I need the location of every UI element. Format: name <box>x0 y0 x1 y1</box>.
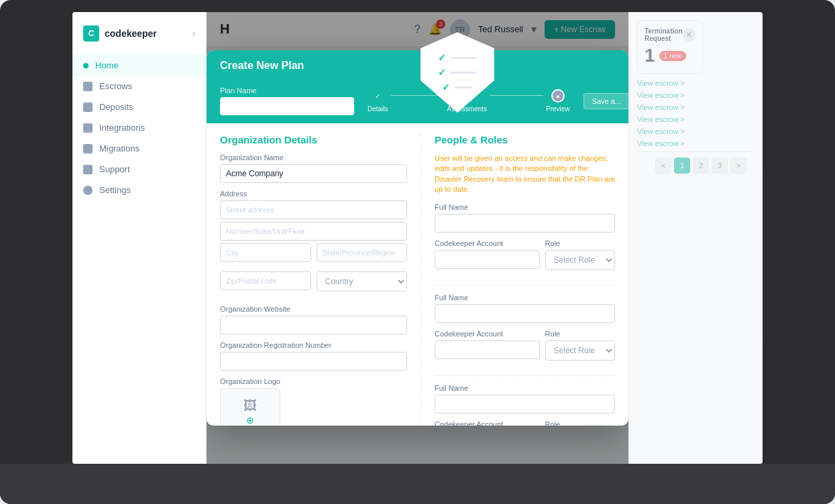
street-input[interactable] <box>220 200 407 219</box>
logo-group: Organization Logo 🖼 ⊕ <box>220 377 407 426</box>
prev-page-button[interactable]: < <box>655 158 671 174</box>
plan-name-input[interactable] <box>220 97 354 115</box>
fullname-input-1[interactable] <box>435 214 615 233</box>
settings-icon <box>83 186 93 195</box>
contact-row-3: Full Name Codekeeper Account <box>435 384 615 426</box>
view-escrow-link-2[interactable]: View escrow > <box>637 91 755 99</box>
fullname-group-1: Full Name <box>435 203 615 233</box>
sidebar-item-deposits[interactable]: Deposits <box>72 97 206 117</box>
state-input[interactable] <box>317 243 408 262</box>
role-select-1[interactable]: Select Role <box>545 250 615 270</box>
sidebar-item-integrations[interactable]: Integrations <box>72 117 206 138</box>
view-escrow-link-5[interactable]: View escrow > <box>637 127 755 135</box>
checkmark-3: ✓ <box>442 82 450 92</box>
zip-country-row: Country <box>220 271 407 298</box>
org-section-title: Organization Details <box>220 134 407 145</box>
logo-label: Organization Logo <box>220 377 407 385</box>
termination-title: Termination Request <box>645 27 682 42</box>
people-section-title: People & Roles <box>435 134 615 145</box>
zip-group <box>220 271 311 292</box>
city-input[interactable] <box>220 243 311 262</box>
modal-title: Create New Plan <box>220 60 304 72</box>
role-label-1: Role <box>545 239 615 247</box>
pagination: < 1 2 3 > <box>637 151 755 179</box>
account-role-row-2: Codekeeper Account Role Select Role <box>435 330 615 367</box>
step-preview-circle: ● <box>551 89 565 103</box>
fullname-input-3[interactable] <box>435 395 615 414</box>
sidebar: C codekeeper ‹ Home Escrows Deposits <box>72 12 207 464</box>
role-select-2[interactable]: Select Role <box>545 340 615 361</box>
create-plan-modal: Create New Plan Plan Name ✓ <box>207 50 628 426</box>
website-input[interactable] <box>220 316 407 334</box>
contact-row-2: Full Name Codekeeper Account <box>435 294 615 376</box>
step-details-label: Details <box>368 105 388 113</box>
fullname-group-2: Full Name <box>435 294 615 323</box>
role-label-2: Role <box>545 330 615 338</box>
account-input-1[interactable] <box>435 250 540 269</box>
account-label-3: Codekeeper Account <box>435 420 540 426</box>
plan-name-row: Plan Name ✓ Details <box>207 81 628 123</box>
logo-text: codekeeper <box>105 28 157 39</box>
step-details[interactable]: ✓ Details <box>368 89 388 113</box>
sidebar-item-escrows[interactable]: Escrows <box>72 76 206 97</box>
view-escrow-link-1[interactable]: View escrow > <box>637 79 755 87</box>
sidebar-collapse-btn[interactable]: ‹ <box>192 29 195 38</box>
sidebar-item-migrations[interactable]: Migrations <box>72 138 206 159</box>
sidebar-item-support[interactable]: Support <box>72 159 206 180</box>
check-bar-1 <box>450 57 477 59</box>
check-line-1: ✓ <box>438 52 477 63</box>
next-page-button[interactable]: > <box>730 158 746 174</box>
view-escrow-link-4[interactable]: View escrow > <box>637 115 755 123</box>
org-name-input[interactable] <box>220 164 407 183</box>
role-label-3: Role <box>545 420 615 426</box>
laptop-base <box>0 464 835 504</box>
account-label-2: Codekeeper Account <box>435 330 540 338</box>
account-label-1: Codekeeper Account <box>435 239 540 247</box>
logo-upload-area[interactable]: 🖼 ⊕ <box>220 388 280 426</box>
view-escrow-link-3[interactable]: View escrow > <box>637 103 755 111</box>
country-select[interactable]: Country <box>317 271 408 292</box>
contact-row-1: Full Name Codekeeper Account <box>435 203 615 286</box>
city-group <box>220 243 311 262</box>
website-group: Organization Website <box>220 305 407 334</box>
sidebar-item-escrows-label: Escrows <box>99 81 132 91</box>
check-line-3: ✓ <box>442 82 473 92</box>
page-3-button[interactable]: 3 <box>712 158 728 174</box>
country-group: Country <box>317 271 408 292</box>
city-state-row <box>220 243 407 269</box>
warning-text: User will be given an access and can mak… <box>435 153 615 195</box>
address-group: Address <box>220 190 407 298</box>
role-group-1: Role Select Role <box>545 239 615 270</box>
account-input-2[interactable] <box>435 340 540 359</box>
save-button[interactable]: Save a... <box>583 93 628 109</box>
account-group-2: Codekeeper Account <box>435 330 540 361</box>
reg-number-input[interactable] <box>220 352 407 371</box>
apt-input[interactable] <box>220 222 407 241</box>
sidebar-item-integrations-label: Integrations <box>99 123 145 133</box>
page-2-button[interactable]: 2 <box>693 158 709 174</box>
plan-name-label: Plan Name <box>220 86 354 94</box>
support-icon <box>83 165 93 174</box>
website-label: Organization Website <box>220 305 407 313</box>
escrows-icon <box>83 82 93 91</box>
view-escrow-link-6[interactable]: View escrow > <box>637 139 755 147</box>
page-1-button[interactable]: 1 <box>674 158 690 174</box>
main-content: H ? 🔔 3 TR Ted Russell ▾ + New Escrow <box>207 12 628 464</box>
step-preview[interactable]: ● Preview <box>546 89 570 113</box>
logo-icon: C <box>83 25 99 42</box>
termination-close-button[interactable]: ✕ <box>682 28 695 42</box>
checkmark-1: ✓ <box>438 52 446 63</box>
fullname-input-2[interactable] <box>435 304 615 323</box>
sidebar-item-home[interactable]: Home <box>72 55 206 76</box>
check-line-2: ✓ <box>438 67 477 78</box>
shield-icon: ✓ ✓ ✓ <box>421 32 494 113</box>
zip-input[interactable] <box>220 271 311 290</box>
sidebar-item-deposits-label: Deposits <box>99 102 133 112</box>
org-name-label: Organization Name <box>220 153 407 162</box>
laptop-notch <box>384 0 451 12</box>
fullname-label-2: Full Name <box>435 294 615 302</box>
add-photo-icon: ⊕ <box>246 415 254 426</box>
integrations-icon <box>83 123 93 133</box>
account-group-3: Codekeeper Account <box>435 420 540 426</box>
sidebar-item-settings[interactable]: Settings <box>72 180 206 200</box>
